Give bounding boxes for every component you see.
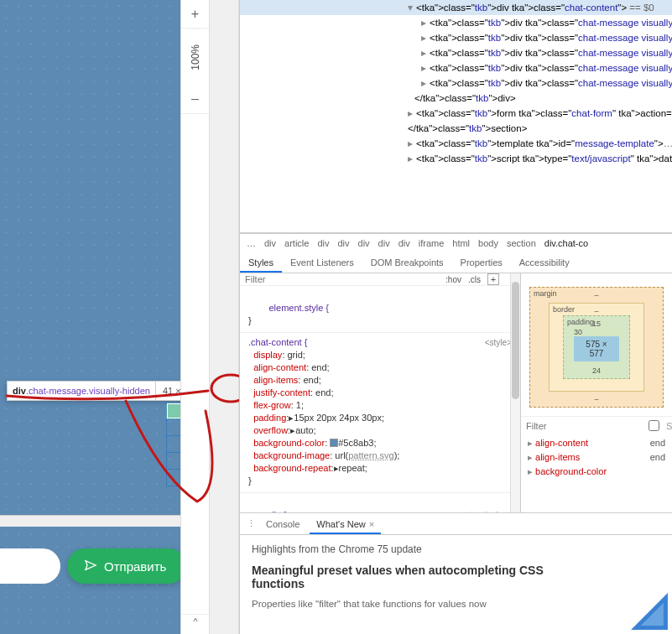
breadcrumb-item[interactable]: iframe xyxy=(419,238,445,248)
dom-node-line[interactable]: ▸<tka">class="tkb">div tka">class="chat-… xyxy=(240,15,672,30)
breadcrumb-item[interactable]: div xyxy=(317,238,329,248)
box-content-size: 575 × 577 xyxy=(574,336,619,361)
dom-node-line[interactable]: ▸<tka">class="tkb">div tka">class="chat-… xyxy=(240,45,672,60)
breadcrumb-item[interactable]: section xyxy=(507,238,536,248)
css-rule-chat-content[interactable]: <style>.chat-content { display: grid; al… xyxy=(240,333,520,493)
paper-plane-icon xyxy=(84,559,97,574)
drawer-heading: Meaningful preset values when autocomple… xyxy=(252,564,660,590)
new-rule-button[interactable]: + xyxy=(487,273,499,285)
breadcrumb-item[interactable]: div xyxy=(264,238,276,248)
chat-input-partial[interactable] xyxy=(0,548,60,584)
breadcrumb-item[interactable]: div xyxy=(399,238,410,248)
styles-tab-properties[interactable]: Properties xyxy=(452,252,511,273)
drawer-tabbar: ⋮ Console What's New × xyxy=(240,513,672,535)
elements-tree[interactable]: ▾<tka">class="tkb">div tka">class="chat-… xyxy=(240,0,672,233)
breadcrumb-item[interactable]: div xyxy=(378,238,390,248)
dom-node-line[interactable]: ▾<tka">class="tkb">div tka">class="chat-… xyxy=(240,0,672,15)
box-model-diagram[interactable]: margin –– border – padding 15 30 24 575 … xyxy=(521,273,672,416)
styles-scrollbar[interactable] xyxy=(510,273,520,512)
preview-pane[interactable]: div.chat-message.visually-hidden 41 × 15… xyxy=(0,0,209,634)
styles-tab-styles[interactable]: Styles xyxy=(240,252,282,273)
send-button-label: Отправить xyxy=(104,559,166,574)
styles-tab-accessibility[interactable]: Accessibility xyxy=(511,252,578,273)
dom-node-line[interactable]: ▸<tka">class="tkb">div tka">class="chat-… xyxy=(240,30,672,45)
styles-tab-dom-breakpoints[interactable]: DOM Breakpoints xyxy=(362,252,452,273)
computed-filter-input[interactable] xyxy=(526,421,642,431)
computed-pane[interactable]: margin –– border – padding 15 30 24 575 … xyxy=(521,273,672,512)
computed-properties-list[interactable]: align-contentendalign-itemsendbackground… xyxy=(521,434,672,481)
dom-node-line[interactable]: ▸<tka">class="tkb">div tka">class="chat-… xyxy=(240,75,672,91)
computed-property[interactable]: background-color xyxy=(528,465,665,479)
zoom-collapse-icon[interactable]: ˄ xyxy=(181,614,210,634)
close-icon[interactable]: × xyxy=(369,519,374,529)
styles-filter-input[interactable] xyxy=(245,274,439,284)
drawer-tab-console[interactable]: Console xyxy=(259,513,306,534)
show-all-checkbox[interactable] xyxy=(649,420,659,431)
devtools-logo-icon xyxy=(627,589,672,634)
drawer-subtitle: Highlights from the Chrome 75 update xyxy=(252,543,660,555)
dom-node-line[interactable]: </tka">class="tkb">div> xyxy=(240,91,672,106)
zoom-toolbar: + 100% – ˄ xyxy=(180,0,209,634)
drawer-tab-whatsnew[interactable]: What's New × xyxy=(310,513,381,534)
styles-filter-bar: :hov .cls + ⋮ xyxy=(240,273,520,286)
styles-tab-event-listeners[interactable]: Event Listeners xyxy=(282,252,362,273)
send-button[interactable]: Отправить xyxy=(67,548,186,584)
breadcrumb-item[interactable]: div xyxy=(358,238,370,248)
pattern-bg xyxy=(0,0,209,634)
preview-h-scrollbar[interactable] xyxy=(0,515,209,527)
styles-pane[interactable]: :hov .cls + ⋮ element.style { } <style>.… xyxy=(240,273,521,512)
breadcrumb-item[interactable]: … xyxy=(247,238,256,248)
dom-node-line[interactable]: ▸<tka">class="tkb">form tka">class="chat… xyxy=(240,106,672,121)
css-rule-ua[interactable]: user agent stylesheetdiv { display: bloc… xyxy=(240,493,520,512)
hov-toggle[interactable]: :hov xyxy=(445,275,461,284)
dom-node-line[interactable]: ▸<tka">class="tkb">template tka">id="mes… xyxy=(240,136,672,151)
zoom-percent[interactable]: 100% xyxy=(190,29,201,86)
styles-tabbar: StylesEvent ListenersDOM BreakpointsProp… xyxy=(240,252,672,273)
zoom-in-button[interactable]: + xyxy=(181,0,210,29)
devtools-panel: ▾<tka">class="tkb">div tka">class="chat-… xyxy=(239,0,672,634)
breadcrumb-item[interactable]: article xyxy=(284,238,309,248)
inspect-tooltip: div.chat-message.visually-hidden 41 × 15 xyxy=(7,382,201,400)
drawer-menu-icon[interactable]: ⋮ xyxy=(247,518,256,529)
dom-breadcrumbs[interactable]: …divarticledivdivdivdivdiviframehtmlbody… xyxy=(240,233,672,252)
svg-marker-7 xyxy=(641,603,664,626)
drawer-paragraph: Properties like "filter" that take funct… xyxy=(252,599,660,609)
pane-resize-gutter[interactable] xyxy=(209,0,239,634)
computed-property[interactable]: align-itemsend xyxy=(528,450,665,465)
breadcrumb-item[interactable]: div xyxy=(337,238,349,248)
drawer-body[interactable]: Highlights from the Chrome 75 update Mea… xyxy=(240,535,672,634)
breadcrumb-item[interactable]: body xyxy=(478,238,498,248)
dom-node-line[interactable]: ▸<tka">class="tkb">script tka">type="tex… xyxy=(240,151,672,166)
dom-node-line[interactable]: </tka">class="tkb">section> xyxy=(240,121,672,136)
breadcrumb-item[interactable]: html xyxy=(452,238,470,248)
dom-node-line[interactable]: ▸<tka">class="tkb">div tka">class="chat-… xyxy=(240,60,672,75)
zoom-out-button[interactable]: – xyxy=(181,86,210,114)
computed-property[interactable]: align-contentend xyxy=(528,436,665,450)
element-style-block[interactable]: element.style { } xyxy=(240,286,520,333)
cls-toggle[interactable]: .cls xyxy=(468,275,481,284)
computed-filter: S xyxy=(521,416,672,434)
breadcrumb-item[interactable]: div.chat-co xyxy=(544,238,588,248)
